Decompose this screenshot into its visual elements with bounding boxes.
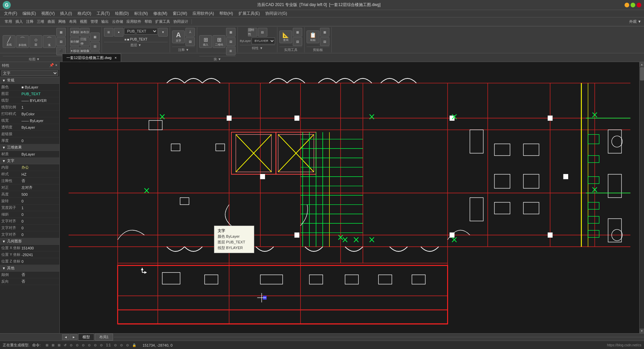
tab-insert[interactable]: 插入 — [14, 19, 24, 24]
appearance-menu[interactable]: 外观 ▼ — [628, 19, 643, 23]
text-section-header[interactable]: ▼ 文字 — [0, 158, 59, 164]
array-btn[interactable]: ▦ — [90, 33, 100, 41]
polyline-button[interactable]: ⌒ 多段线 — [16, 35, 29, 48]
snap-icon[interactable]: ⊞ — [51, 343, 55, 347]
tab-close-btn[interactable]: × — [115, 56, 117, 60]
layer-on-btn[interactable]: ● — [114, 28, 123, 37]
menu-ext-tools[interactable]: 扩展工具(E) — [236, 11, 263, 16]
entity-type-select[interactable]: 文字 — [1, 70, 58, 76]
clip-more1[interactable]: ▦ — [320, 28, 329, 37]
arc-button[interactable]: ⌒ 弧 — [43, 35, 56, 48]
layer-dropdown[interactable]: PUB_TEXT — [124, 28, 158, 35]
block-more2[interactable]: ▤ — [226, 37, 235, 46]
tab-help[interactable]: 帮助 — [143, 19, 153, 24]
menu-apps[interactable]: 应用软件(A) — [190, 11, 217, 16]
maximize-button[interactable] — [631, 3, 635, 7]
osnap-icon[interactable]: ⊙ — [69, 343, 73, 347]
tab-view[interactable]: 视图 — [78, 19, 89, 24]
misc-section-header[interactable]: ▼ 其他 — [0, 265, 59, 272]
menu-window[interactable]: 窗口(W) — [170, 11, 190, 16]
scroll-thumb[interactable] — [640, 67, 644, 80]
draw-more-btn2[interactable]: ▤ — [56, 37, 66, 46]
scroll-track[interactable] — [640, 67, 644, 329]
draw-more-btn1[interactable]: ▦ — [56, 28, 66, 37]
anno-icon[interactable]: ⊙ — [119, 343, 124, 347]
tab-software[interactable]: 应用软件 — [125, 19, 143, 24]
menu-format[interactable]: 格式(O) — [75, 11, 94, 16]
tab-output[interactable]: 输出 — [100, 19, 110, 24]
menu-collab[interactable]: 协同设计(G) — [263, 11, 290, 16]
menu-file[interactable]: 文件(F) — [1, 11, 20, 16]
ducs-icon[interactable]: ⊙ — [81, 343, 86, 347]
tab-manage[interactable]: 管理 — [89, 19, 99, 24]
menu-modify[interactable]: 修改(M) — [151, 11, 170, 16]
tab-ext[interactable]: 扩展工具 — [154, 19, 171, 24]
util-more2[interactable]: ▤ — [293, 37, 302, 46]
tab-layout[interactable]: 布局 — [68, 19, 78, 24]
line-button[interactable]: ╱ 直线 — [3, 35, 15, 48]
layout1-tab[interactable]: 布局1 — [95, 334, 113, 341]
qr-btn[interactable]: ⊞ 二维码 — [213, 35, 225, 48]
polar-icon[interactable]: ↺ — [63, 343, 67, 347]
tab-nav-prev[interactable]: ◄ — [62, 334, 69, 340]
clip-more2[interactable]: ▤ — [320, 37, 329, 46]
text-style-btn[interactable]: Ā — [185, 28, 195, 37]
menu-edit[interactable]: 编辑(E) — [20, 11, 39, 16]
tab-surface[interactable]: 曲面 — [46, 19, 56, 24]
model-icon[interactable]: ⊙ — [113, 343, 118, 347]
general-section-header[interactable]: ▼ 常规 — [0, 77, 59, 84]
panel-close-btn[interactable]: × — [55, 63, 57, 68]
text-button[interactable]: A 文字 — [172, 31, 185, 43]
drawing-viewport[interactable]: 文字 颜色 ByLayer 图层 PUB_TEXT 线型 BYLAYER — [60, 62, 639, 333]
geometry-section-header[interactable]: ▼ 几何图形 — [0, 238, 59, 245]
tab-nav-next[interactable]: ► — [70, 334, 77, 340]
menu-annotate[interactable]: 标注(N) — [131, 11, 151, 16]
offset-btn[interactable]: ⊞布尔 — [80, 28, 90, 37]
menu-draw[interactable]: 绘图(D) — [112, 11, 131, 16]
menu-tools[interactable]: 工具(T) — [94, 11, 112, 16]
delete-btn[interactable]: ✕删除 — [70, 28, 79, 37]
prop-btn1[interactable]: ▦特性 — [248, 28, 257, 37]
fillet-btn[interactable]: ▤拉伸 — [80, 37, 90, 46]
menu-insert[interactable]: 插入(I) — [57, 11, 74, 16]
model-tab[interactable]: 模型 — [78, 334, 94, 341]
ws-icon[interactable]: ⊙ — [125, 343, 130, 347]
tab-mesh[interactable]: 网格 — [57, 19, 67, 24]
text-more-btn[interactable]: ▤ — [185, 37, 195, 46]
bylayer-select[interactable]: BYLAYER — [252, 38, 275, 44]
tab-common[interactable]: 常用 — [3, 19, 13, 24]
util-more1[interactable]: ▦ — [293, 28, 302, 37]
lw-icon[interactable]: ⊙ — [93, 343, 98, 347]
measure-btn[interactable]: 📐 查询 — [279, 31, 292, 43]
otrack-icon[interactable]: ⊙ — [75, 343, 79, 347]
layer-props-btn[interactable]: ⊞ — [104, 28, 113, 37]
tab-cloud[interactable]: 云存储 — [111, 19, 124, 24]
circle-button[interactable]: ○ 圆 — [30, 35, 42, 48]
scroll-up-arrow[interactable]: ▲ — [640, 62, 644, 67]
panel-pin-btn[interactable]: 📌 — [49, 63, 54, 68]
prop-btn2[interactable]: ▤ — [258, 28, 267, 37]
block-more3[interactable]: ⊞ — [226, 47, 235, 55]
insert-block-btn[interactable]: ⊞ 插入 — [199, 35, 212, 48]
paste-btn[interactable]: 📋 粘贴 — [307, 31, 319, 43]
dyn-icon[interactable]: ⊙ — [87, 343, 92, 347]
layer-more-btn[interactable]: ▼ — [158, 28, 168, 37]
tab-annotate[interactable]: 注释 — [25, 19, 35, 24]
3d-section-header[interactable]: ▼ 三维效果 — [0, 144, 59, 151]
tab-3d[interactable]: 三维 — [36, 19, 46, 24]
tp-icon[interactable]: ⊙ — [99, 343, 104, 347]
drawing-tab[interactable]: 一套12层综合楼施工图.dwg × — [62, 54, 121, 62]
menu-view[interactable]: 视图(V) — [39, 11, 57, 16]
scroll-down-arrow[interactable]: ▼ — [640, 329, 644, 333]
tab-collab2[interactable]: 协同设计 — [172, 19, 190, 24]
lock-icon[interactable]: 🔒 — [131, 343, 137, 347]
menu-help[interactable]: 帮助(H) — [217, 11, 236, 16]
copy-btn[interactable]: ⊞分解 — [70, 37, 79, 46]
minimize-button[interactable] — [625, 3, 629, 7]
vertical-scrollbar[interactable]: ▲ ▼ — [639, 62, 644, 333]
close-button[interactable] — [637, 3, 641, 7]
ortho-icon[interactable]: ⊞ — [57, 343, 61, 347]
grid-icon[interactable]: ⊞ — [45, 343, 49, 347]
ext-btn[interactable]: ▤ — [90, 42, 100, 51]
block-more1[interactable]: ▦ — [226, 28, 235, 37]
